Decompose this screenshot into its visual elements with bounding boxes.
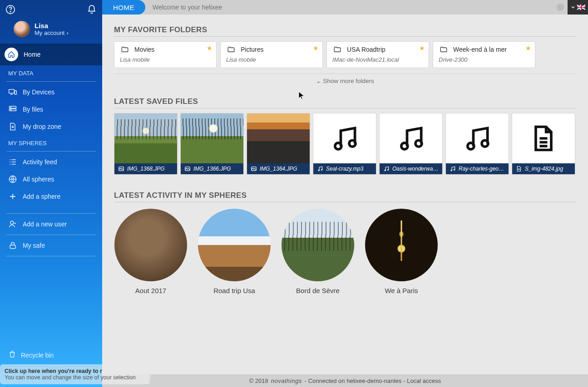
brand: novathings [271,377,302,384]
folder-card[interactable]: ★ Movies Lisa mobile [114,41,217,68]
svg-point-16 [335,143,341,149]
svg-point-9 [10,221,14,224]
nav-by-files[interactable]: By files [0,101,102,118]
folders-row: ★ Movies Lisa mobile ★ Pictures Lisa mob… [114,41,576,68]
music-icon [462,123,493,154]
sphere-item[interactable]: Bord de Sèvre [281,209,355,294]
sphere-thumb [114,209,187,281]
flag-uk-icon [577,5,585,10]
sphere-thumb [282,209,354,281]
svg-point-6 [10,107,11,108]
sphere-item[interactable]: We à Paris [365,209,438,294]
plus-icon [8,192,17,201]
spheres-row: Aout 2017 Road trip Usa Bord de Sèvre We… [114,209,576,294]
file-card[interactable]: IMG_1368.JPG [114,113,178,175]
nav-my-safe[interactable]: My safe [0,237,102,254]
file-card[interactable]: Seal-crazy.mp3 [313,113,376,175]
folder-icon [332,45,342,54]
files-icon [8,105,17,114]
file-thumb [512,113,575,163]
svg-rect-10 [10,245,15,249]
svg-point-7 [10,110,11,110]
folder-card[interactable]: ★ Pictures Lisa mobile [220,41,323,68]
welcome-text: Welcome to your helixee [153,4,222,11]
music-icon [329,123,360,154]
svg-point-12 [559,6,562,9]
my-account-link[interactable]: My account› [35,29,69,36]
file-thumb [446,113,509,163]
nav-activity-feed[interactable]: Activity feed [0,153,102,171]
section-my-spheres: MY SPHERES [0,135,102,149]
nav-home-label: Home [24,51,40,58]
file-card[interactable]: IMG_1364.JPG [247,113,310,175]
svg-point-26 [451,170,452,171]
list-icon [8,157,17,167]
svg-point-21 [415,140,422,147]
music-icon [383,166,390,172]
folder-icon [439,45,449,54]
star-icon: ★ [313,44,319,52]
file-thumb [247,113,310,163]
folder-card[interactable]: ★ Week-end à la mer Drive-2300 [433,41,535,68]
svg-rect-3 [15,91,16,94]
file-card[interactable]: Ray-charles-georgi... [445,113,509,175]
star-icon: ★ [419,44,425,52]
bell-icon[interactable] [87,5,97,15]
svg-point-17 [349,140,356,147]
footer: © 2018 novathings - Connected on helixee… [102,374,588,387]
nav-add-sphere[interactable]: Add a sphere [0,188,102,205]
nav-drop-zone[interactable]: My drop zone [0,118,102,135]
svg-point-24 [468,143,474,149]
folder-icon [226,45,236,54]
file-card[interactable]: Oasis-wonderwall.... [379,113,443,175]
nav-by-devices[interactable]: By Devices [0,83,102,101]
svg-point-18 [318,170,319,171]
sphere-thumb [198,209,271,281]
svg-point-27 [454,169,455,170]
sphere-item[interactable]: Road trip Usa [198,209,271,294]
trash-icon [8,350,16,360]
svg-point-20 [401,143,408,149]
language-selector[interactable] [568,0,588,15]
dropzone-icon [8,122,17,131]
star-icon: ★ [207,44,212,52]
home-tab[interactable]: HOME [102,0,145,15]
image-icon [118,166,124,172]
image-icon [184,166,191,172]
chevron-down-icon: ⌄ [316,78,321,84]
show-more-folders[interactable]: ⌄Show more folders [114,73,576,84]
nav-all-spheres[interactable]: All spheres [0,171,102,188]
file-thumb [313,113,376,163]
add-user-icon [8,220,17,229]
target-icon[interactable] [553,0,568,15]
nav-add-user[interactable]: Add a new user [0,216,102,233]
music-icon [395,123,426,154]
user-name: Lisa [35,22,69,29]
file-card[interactable]: IMG_1366.JPG [180,113,244,175]
avatar [14,21,30,37]
chevron-down-icon [570,5,576,10]
svg-point-19 [321,169,322,170]
home-icon [5,48,18,61]
folder-card[interactable]: ★ USA Roadtrip IMac-de-NoviMac21.local [326,41,429,68]
nav-home[interactable]: Home [0,44,102,65]
music-icon [450,166,456,172]
help-icon[interactable] [5,5,15,15]
file-card[interactable]: S_img-4824.jpg [512,113,575,175]
svg-rect-2 [9,89,15,93]
topbar: HOME Welcome to your helixee [102,0,588,15]
devices-icon [8,88,17,97]
image-icon [251,166,257,172]
svg-point-23 [387,169,388,170]
user-block[interactable]: Lisa My account› [0,18,102,44]
section-latest-spheres: LATEST ACTIVITY IN MY SPHERES [114,191,576,202]
globe-icon [8,175,17,184]
folder-icon [120,45,130,54]
svg-point-22 [385,170,385,171]
music-icon [317,166,323,172]
sphere-thumb [365,209,438,281]
sphere-item[interactable]: Aout 2017 [114,209,188,294]
svg-point-25 [482,140,488,147]
document-icon [528,123,559,154]
star-icon: ★ [525,44,531,52]
